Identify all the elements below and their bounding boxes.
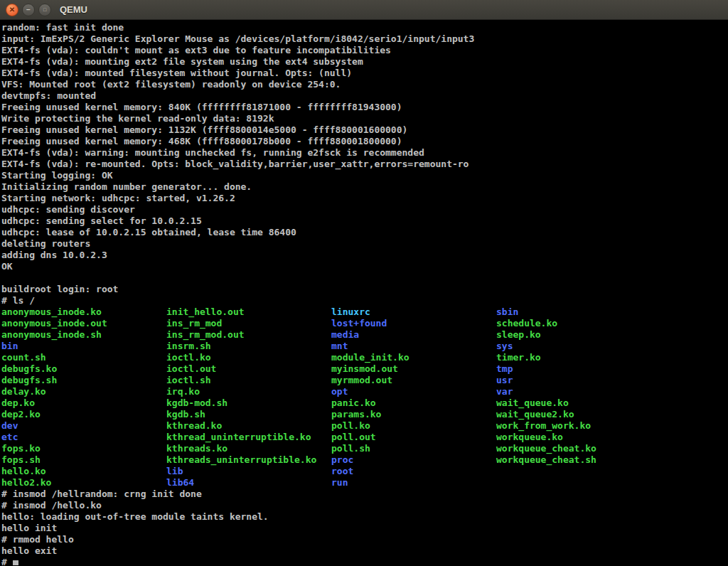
console-line: Freeing unused kernel memory: 840K (ffff…: [1, 102, 728, 113]
console-line: EXT4-fs (vda): mounted filesystem withou…: [1, 68, 728, 79]
console-line: OK: [1, 261, 728, 272]
window-title: QEMU: [60, 4, 87, 15]
console-line: EXT4-fs (vda): re-mounted. Opts: block_v…: [1, 159, 728, 170]
ls-entry: anonymous_inode.out: [1, 318, 166, 329]
ls-entry: poll.ko: [331, 420, 496, 432]
ls-entry: kgdb.sh: [166, 409, 331, 420]
console-line: Starting logging: OK: [1, 170, 728, 181]
console-line: random: fast init done: [1, 22, 728, 33]
console-line: EXT4-fs (vda): couldn't mount as ext3 du…: [1, 45, 728, 56]
ls-entry: lib: [166, 466, 331, 477]
ls-entry: sys: [496, 341, 661, 352]
ls-entry: hello2.ko: [1, 477, 166, 488]
console-line: udhcpc: lease of 10.0.2.15 obtained, lea…: [1, 227, 728, 238]
ls-entry: linuxrc: [331, 306, 496, 318]
console-line: udhcpc: sending discover: [1, 204, 728, 215]
ls-entry: workqueue_cheat.ko: [496, 443, 661, 454]
ls-entry: hello.ko: [1, 466, 166, 477]
ls-entry: root: [331, 466, 496, 477]
ls-entry: ioctl.out: [166, 363, 331, 375]
console-line: hello: loading out-of-tree module taints…: [1, 511, 728, 523]
ls-entry: kthreads.ko: [166, 443, 331, 454]
ls-entry: debugfs.ko: [1, 363, 166, 375]
maximize-button[interactable]: □: [38, 4, 51, 16]
ls-entry: work_from_work.ko: [496, 420, 661, 432]
console-line: # ls /: [1, 295, 728, 306]
window-controls: ✕ − □: [6, 4, 51, 16]
ls-entry: myinsmod.out: [331, 363, 496, 375]
ls-entry: opt: [331, 386, 496, 397]
console-line: input: ImExPS/2 Generic Explorer Mouse a…: [1, 33, 728, 45]
ls-entry: workqueue_cheat.sh: [496, 454, 661, 466]
console-line: Freeing unused kernel memory: 468K (ffff…: [1, 136, 728, 147]
ls-entry: workqueue.ko: [496, 432, 661, 443]
ls-entry: dep2.ko: [1, 409, 166, 420]
ls-entry: anonymous_inode.sh: [1, 329, 166, 341]
maximize-icon: □: [43, 7, 46, 12]
titlebar[interactable]: ✕ − □ QEMU: [0, 0, 728, 20]
ls-entry: poll.sh: [331, 443, 496, 454]
ls-entry: mnt: [331, 341, 496, 352]
console-line: EXT4-fs (vda): mounting ext2 file system…: [1, 56, 728, 68]
ls-entry: tmp: [496, 363, 661, 375]
ls-entry: ins_rm_mod: [166, 318, 331, 329]
ls-entry: init_hello.out: [166, 306, 331, 318]
shell-prompt: #: [1, 557, 13, 566]
ls-entry: kthreads_uninterruptible.ko: [166, 454, 331, 466]
ls-entry: bin: [1, 341, 166, 352]
ls-entry: sbin: [496, 306, 661, 318]
cursor: [13, 560, 18, 565]
ls-entry: media: [331, 329, 496, 341]
console-line: udhcpc: sending select for 10.0.2.15: [1, 215, 728, 227]
ls-entry: myrmmod.out: [331, 375, 496, 386]
ls-entry: module_init.ko: [331, 352, 496, 363]
minimize-button[interactable]: −: [22, 4, 35, 16]
ls-entry: params.ko: [331, 409, 496, 420]
ls-entry: fops.ko: [1, 443, 166, 454]
ls-entry: proc: [331, 454, 496, 466]
boot-log: random: fast init doneinput: ImExPS/2 Ge…: [1, 22, 728, 306]
ls-entry: ioctl.sh: [166, 375, 331, 386]
ls-entry: poll.out: [331, 432, 496, 443]
ls-entry: insrm.sh: [166, 341, 331, 352]
ls-entry: panic.ko: [331, 397, 496, 409]
console-line: hello exit: [1, 545, 728, 557]
console-line: [1, 272, 728, 284]
ls-entry: ioctl.ko: [166, 352, 331, 363]
console-line: devtmpfs: mounted: [1, 90, 728, 102]
console-line: Write protecting the kernel read-only da…: [1, 113, 728, 124]
console-line: Starting network: udhcpc: started, v1.26…: [1, 193, 728, 204]
prompt-line: #: [1, 557, 728, 566]
console-line: EXT4-fs (vda): warning: mounting uncheck…: [1, 147, 728, 159]
ls-entry: lost+found: [331, 318, 496, 329]
close-icon: ✕: [9, 6, 15, 14]
ls-entry: var: [496, 386, 661, 397]
ls-entry: irq.ko: [166, 386, 331, 397]
ls-entry: dev: [1, 420, 166, 432]
close-button[interactable]: ✕: [6, 4, 18, 16]
ls-output-grid: anonymous_inode.koanonymous_inode.outano…: [1, 306, 728, 488]
console-line: # insmod /hello.ko: [1, 500, 728, 511]
console-line: # insmod /hellrandom: crng init done: [1, 488, 728, 500]
ls-entry: fops.sh: [1, 454, 166, 466]
terminal-screen[interactable]: random: fast init doneinput: ImExPS/2 Ge…: [0, 20, 728, 566]
console-line: adding dns 10.0.2.3: [1, 250, 728, 261]
ls-entry: anonymous_inode.ko: [1, 306, 166, 318]
console-line: buildroot login: root: [1, 284, 728, 295]
ls-entry: lib64: [166, 477, 331, 488]
ls-entry: kthread.ko: [166, 420, 331, 432]
ls-entry: kthread_uninterruptible.ko: [166, 432, 331, 443]
console-line: hello init: [1, 523, 728, 534]
ls-entry: run: [331, 477, 496, 488]
minimize-icon: −: [26, 6, 31, 14]
ls-entry: ins_rm_mod.out: [166, 329, 331, 341]
ls-entry: wait_queue2.ko: [496, 409, 661, 420]
console-line: Initializing random number generator... …: [1, 181, 728, 193]
console-line: Freeing unused kernel memory: 1132K (fff…: [1, 124, 728, 136]
shell-output: # insmod /hellrandom: crng init done# in…: [1, 488, 728, 557]
console-line: # rmmod hello: [1, 534, 728, 545]
qemu-window: ✕ − □ QEMU random: fast init doneinput: …: [0, 0, 728, 566]
ls-entry: sleep.ko: [496, 329, 661, 341]
ls-entry: usr: [496, 375, 661, 386]
ls-entry: etc: [1, 432, 166, 443]
